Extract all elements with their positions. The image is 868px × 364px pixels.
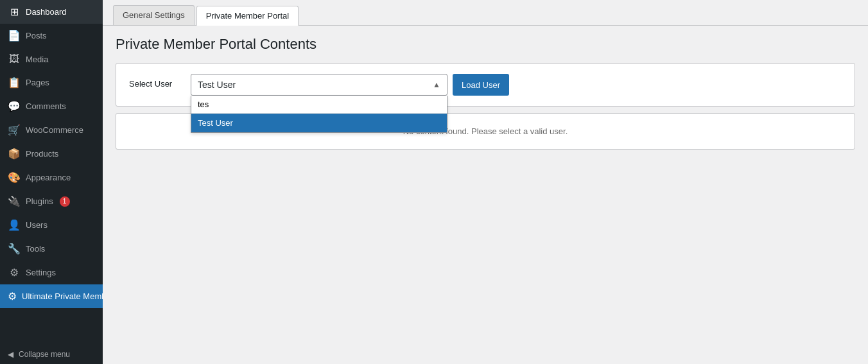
- sidebar-item-label-plugins: Plugins: [26, 196, 53, 206]
- dashboard-icon: ⊞: [8, 6, 21, 18]
- sidebar-item-tools[interactable]: 🔧Tools: [0, 237, 103, 261]
- dropdown-popup: Test User: [191, 96, 447, 133]
- tabs-bar: General SettingsPrivate Member Portal: [103, 0, 868, 26]
- media-icon: 🖼: [8, 53, 21, 65]
- tools-icon: 🔧: [8, 243, 21, 255]
- appearance-icon: 🎨: [8, 171, 21, 184]
- content-area: Private Member Portal Contents Select Us…: [103, 26, 868, 364]
- sidebar-item-label-settings: Settings: [26, 268, 56, 277]
- sidebar-item-comments[interactable]: 💬Comments: [0, 94, 103, 118]
- sidebar-item-label-pages: Pages: [26, 78, 49, 87]
- sidebar-item-plugins[interactable]: 🔌Plugins1: [0, 189, 103, 213]
- sidebar-item-label-ultimate-private-member-portal: Ultimate Private Member Portal: [22, 291, 103, 301]
- main-content: General SettingsPrivate Member Portal Pr…: [103, 0, 868, 364]
- comments-icon: 💬: [8, 100, 21, 112]
- dropdown-selected-value: Test User: [198, 80, 236, 90]
- sidebar-item-label-appearance: Appearance: [26, 173, 71, 182]
- sidebar-item-label-media: Media: [26, 55, 48, 64]
- user-dropdown-wrapper: Test User ▲ Test User: [191, 74, 447, 96]
- sidebar-item-label-tools: Tools: [26, 244, 45, 254]
- collapse-label: Collapse menu: [19, 350, 70, 359]
- sidebar-item-label-woocommerce: WooCommerce: [26, 125, 83, 135]
- sidebar-item-woocommerce[interactable]: 🛒WooCommerce: [0, 118, 103, 142]
- sidebar-item-users[interactable]: 👤Users: [0, 213, 103, 237]
- sidebar-item-posts[interactable]: 📄Posts: [0, 24, 103, 48]
- products-icon: 📦: [8, 148, 21, 160]
- sidebar-item-appearance[interactable]: 🎨Appearance: [0, 166, 103, 189]
- load-user-button[interactable]: Load User: [453, 74, 509, 96]
- settings-icon: ⚙: [8, 266, 21, 279]
- sidebar-item-label-products: Products: [26, 149, 58, 159]
- sidebar-item-label-posts: Posts: [26, 31, 47, 40]
- sidebar-item-label-users: Users: [26, 220, 48, 230]
- page-title: Private Member Portal Contents: [116, 36, 855, 53]
- dropdown-option[interactable]: Test User: [191, 114, 447, 132]
- sidebar-item-dashboard[interactable]: ⊞Dashboard: [0, 0, 103, 24]
- collapse-menu-button[interactable]: ◀ Collapse menu: [0, 345, 103, 364]
- plugins-badge: 1: [60, 196, 70, 207]
- users-icon: 👤: [8, 219, 21, 231]
- settings-box: Select User Test User ▲ Test User Load U…: [116, 63, 855, 107]
- sidebar-item-label-comments: Comments: [26, 101, 66, 111]
- sidebar-item-ultimate-private-member-portal[interactable]: ⚙Ultimate Private Member Portal: [0, 284, 103, 308]
- sidebar: ⊞Dashboard📄Posts🖼Media📋Pages💬Comments🛒Wo…: [0, 0, 103, 364]
- plugins-icon: 🔌: [8, 195, 21, 207]
- woocommerce-icon: 🛒: [8, 124, 21, 136]
- sidebar-item-label-dashboard: Dashboard: [26, 7, 67, 17]
- ultimate-private-member-portal-icon: ⚙: [8, 290, 17, 302]
- collapse-icon: ◀: [8, 350, 13, 359]
- select-user-row: Select User Test User ▲ Test User Load U…: [129, 74, 842, 96]
- tab-general-settings[interactable]: General Settings: [113, 5, 195, 25]
- sidebar-item-pages[interactable]: 📋Pages: [0, 71, 103, 94]
- dropdown-options: Test User: [191, 114, 447, 132]
- sidebar-items: ⊞Dashboard📄Posts🖼Media📋Pages💬Comments🛒Wo…: [0, 0, 103, 308]
- chevron-up-icon: ▲: [433, 80, 440, 89]
- sidebar-item-media[interactable]: 🖼Media: [0, 48, 103, 71]
- sidebar-item-products[interactable]: 📦Products: [0, 142, 103, 166]
- user-dropdown[interactable]: Test User ▲: [191, 74, 447, 96]
- posts-icon: 📄: [8, 30, 21, 42]
- sidebar-item-settings[interactable]: ⚙Settings: [0, 261, 103, 284]
- tab-private-member-portal[interactable]: Private Member Portal: [196, 6, 299, 26]
- select-user-controls: Test User ▲ Test User Load User: [191, 74, 509, 96]
- pages-icon: 📋: [8, 76, 21, 89]
- dropdown-search-input[interactable]: [191, 96, 447, 114]
- select-user-label: Select User: [129, 74, 180, 89]
